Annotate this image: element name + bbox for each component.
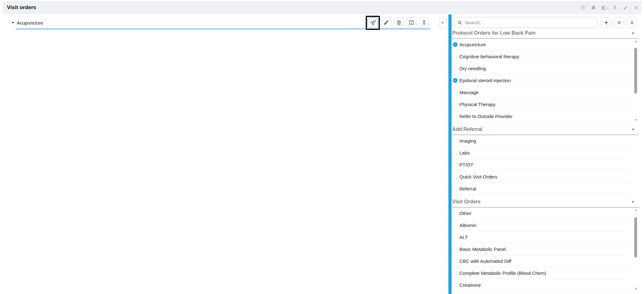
unchecked-circle-icon <box>453 54 458 59</box>
order-item-label: Other <box>459 211 471 216</box>
order-item-label: Refer to Outside Provider <box>459 114 513 119</box>
section-items: ImagingLabsPT/OTQuick Visit OrdersReferr… <box>452 135 639 195</box>
collapse-panel-button[interactable] <box>439 18 447 27</box>
collapse-all-icon <box>629 20 635 25</box>
order-item-label: Referral <box>459 186 476 191</box>
edit-order-button[interactable] <box>381 18 391 27</box>
order-list-item[interactable]: Imaging <box>452 135 631 147</box>
order-list-item[interactable]: Albumin <box>452 219 631 231</box>
order-list-item[interactable]: Creatinine <box>452 279 631 291</box>
scrollbar-thumb[interactable] <box>634 48 637 93</box>
paper-plane-icon <box>370 20 376 26</box>
unchecked-circle-icon <box>453 186 458 191</box>
scroll-down-icon[interactable] <box>633 118 638 122</box>
collapse-section-icon[interactable] <box>631 127 635 131</box>
order-item-label: Dry needling <box>459 66 486 71</box>
visit-orders-screen: { "header": { "title": "Visit orders", "… <box>0 0 644 294</box>
search-box[interactable] <box>454 17 598 28</box>
order-list-item[interactable]: Cognitive behavioral therapy <box>452 51 631 63</box>
search-icon <box>457 20 462 25</box>
collapse-section-icon[interactable] <box>631 31 635 34</box>
book-icon[interactable] <box>599 1 609 14</box>
titlebar: Visit orders <box>3 1 641 14</box>
expand-all-icon <box>616 20 622 25</box>
scroll-up-icon[interactable] <box>633 40 638 43</box>
order-list-item[interactable]: Refer to Outside Provider <box>452 110 631 122</box>
order-list-item[interactable]: Acupuncture <box>452 39 631 51</box>
order-list-item[interactable]: Dry needling <box>452 63 631 75</box>
unchecked-circle-icon <box>453 150 458 155</box>
calendar-check-icon <box>408 20 414 25</box>
section-rows: AcupunctureCognitive behavioral therapyD… <box>452 39 631 122</box>
panel-accent-bar <box>448 14 452 294</box>
order-list-item[interactable]: Other <box>452 207 631 219</box>
delete-order-button[interactable] <box>394 18 404 27</box>
scroll-up-icon[interactable] <box>633 208 638 212</box>
section-title: Add Referral <box>452 127 482 132</box>
order-item-label: Imaging <box>459 138 476 144</box>
microphone-icon[interactable] <box>609 1 620 14</box>
section-header: Protocol Orders for Low Back Pain <box>452 30 639 39</box>
unchecked-circle-icon <box>453 90 458 95</box>
pencil-icon <box>383 20 389 25</box>
add-order-button[interactable] <box>601 17 611 28</box>
search-row <box>452 17 639 28</box>
order-list-item[interactable]: Epidural steroid injection <box>452 75 631 87</box>
order-item-label: Albumin <box>459 223 476 228</box>
close-icon[interactable] <box>631 1 641 14</box>
order-list-item[interactable]: CBC with Automated Diff <box>452 255 631 267</box>
section-items: OtherAlbuminALTBasic Metabolic PanelCBC … <box>452 207 639 291</box>
reorder-order-button[interactable] <box>419 18 429 27</box>
search-input[interactable] <box>465 20 594 25</box>
order-item-label: Acupuncture <box>459 42 486 47</box>
order-list-item[interactable]: Quick Visit Orders <box>452 171 631 183</box>
order-list-item[interactable]: Labs <box>452 147 631 159</box>
section-rows: OtherAlbuminALTBasic Metabolic PanelCBC … <box>452 207 631 291</box>
order-section: Protocol Orders for Low Back PainAcupunc… <box>452 30 639 122</box>
order-list-item[interactable]: Referral <box>452 183 631 195</box>
scrollbar-thumb[interactable] <box>634 217 637 257</box>
pencil-icon[interactable] <box>620 1 631 14</box>
section-scrollbar[interactable] <box>633 208 638 290</box>
order-list-item[interactable]: ALT <box>452 231 631 243</box>
bookmark-icon[interactable] <box>588 1 599 14</box>
vertical-arrows-icon <box>421 20 427 25</box>
trash-icon <box>396 20 402 25</box>
order-list-item[interactable]: Complete Metabolic Profile (Blood Chem) <box>452 267 631 279</box>
order-item-label: Creatinine <box>459 282 481 288</box>
collapse-all-button[interactable] <box>627 17 637 28</box>
schedule-order-button[interactable] <box>407 18 416 27</box>
section-rows: ImagingLabsPT/OTQuick Visit OrdersReferr… <box>452 135 631 195</box>
section-title: Visit Orders <box>452 199 480 205</box>
order-list-item[interactable]: Massage <box>452 87 631 99</box>
section-scrollbar[interactable] <box>633 40 638 122</box>
help-icon[interactable] <box>577 1 588 14</box>
collapse-section-icon[interactable] <box>631 200 635 203</box>
order-item-label: Labs <box>459 150 470 155</box>
order-list-item[interactable]: Physical Therapy <box>452 99 631 110</box>
section-items: AcupunctureCognitive behavioral therapyD… <box>452 39 639 122</box>
unchecked-circle-icon <box>453 102 458 107</box>
send-order-button[interactable] <box>368 18 378 28</box>
checked-icon <box>453 42 458 47</box>
order-section: Visit OrdersOtherAlbuminALTBasic Metabol… <box>452 199 639 291</box>
scroll-down-icon[interactable] <box>633 287 638 290</box>
order-item-label: Physical Therapy <box>459 102 496 107</box>
section-header: Visit Orders <box>452 199 639 207</box>
unchecked-circle-icon <box>453 162 458 167</box>
unchecked-circle-icon <box>453 223 458 228</box>
page-title: Visit orders <box>7 4 36 11</box>
add-icon <box>603 20 609 25</box>
order-item-label: Basic Metabolic Panel <box>459 246 506 252</box>
section-title: Protocol Orders for Low Back Pain <box>452 30 536 36</box>
visit-order-row[interactable]: Acupuncture <box>12 20 43 26</box>
section-header: Add Referral <box>452 127 639 135</box>
order-list-item[interactable]: PT/OT <box>452 159 631 171</box>
expand-all-button[interactable] <box>614 17 624 28</box>
unchecked-circle-icon <box>453 66 458 71</box>
checked-icon <box>453 78 458 83</box>
order-list-item[interactable]: Basic Metabolic Panel <box>452 243 631 255</box>
order-item-label: Epidural steroid injection <box>459 78 511 83</box>
unchecked-circle-icon <box>453 247 458 252</box>
highlighted-target-box <box>366 16 380 30</box>
